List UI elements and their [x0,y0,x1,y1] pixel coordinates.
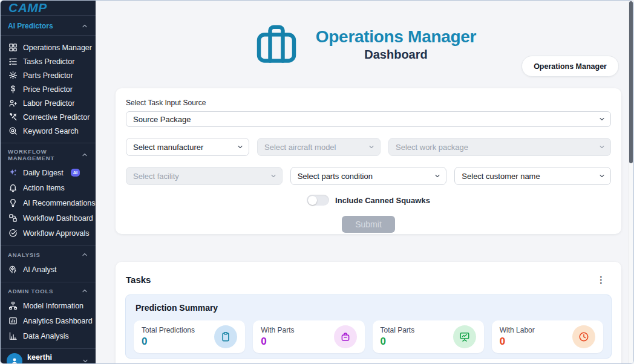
sidebar-item-tasks-predictor[interactable]: Tasks Predictor [1,54,96,68]
sidebar-item-action-items[interactable]: Action Items [1,180,96,195]
checklist-icon [8,57,18,67]
gear-icon [8,71,18,80]
sidebar-item-label: Data Analysis [23,332,69,340]
chevron-down-icon [82,357,89,364]
sidebar-item-label: Corrective Predictor [23,113,90,122]
scrollbar-track[interactable] [629,1,633,363]
tasks-header: Tasks ⋮ [116,262,621,294]
sidebar-item-corrective-predictor[interactable]: Corrective Predictor [1,110,96,124]
section-workflow-management[interactable]: WORKFLOW MANAGEMENT [1,143,96,165]
stat-label: Total Predictions [142,326,195,334]
app-window: CAMP AI Predictors Operations Manager Ta… [0,0,634,364]
tasks-title: Tasks [126,275,151,285]
page-subtitle: Dashboard [316,48,476,62]
sidebar-item-model-information[interactable]: Model Information [1,298,96,313]
page-title: Operations Manager [316,28,476,47]
ai-badge: AI [71,169,80,177]
customer-name-select[interactable]: Select customer name [454,167,611,185]
presentation-chart-icon [453,325,476,348]
section-admin-tools[interactable]: ADMIN TOOLS [1,282,96,298]
select-row-2: Select facility Select parts condition S… [126,167,611,185]
kebab-menu-icon[interactable]: ⋮ [596,275,606,284]
chevron-up-icon [81,151,88,158]
chevron-down-icon [237,143,244,151]
chevron-down-icon [270,172,277,180]
stat-label: Total Parts [381,326,415,334]
sidebar-item-label: AI Analyst [23,265,57,274]
canned-squawks-toggle[interactable] [307,195,329,206]
sidebar-item-label: Parts Predictor [23,71,73,80]
sidebar-item-label: Daily Digest [23,169,64,177]
camp-logo: CAMP [8,1,47,15]
sidebar-item-label: Tasks Predictor [23,57,74,66]
aircraft-model-select-value: Select aircraft model [264,143,336,152]
stat-card-total-predictions: Total Predictions 0 [134,320,245,353]
nav-group-ai-predictors: Operations Manager Tasks Predictor Parts… [1,36,96,143]
sidebar-item-ai-recommendations[interactable]: AI Recommendations AI [1,195,96,210]
sidebar-item-labor-predictor[interactable]: Labor Predictor [1,96,96,110]
nav-group-analysis: ANALYSIS AI Analyst [1,246,96,282]
section-ai-predictors[interactable]: AI Predictors [1,16,96,36]
sidebar-item-label: Price Predictor [23,85,73,94]
lightbulb-icon [8,198,18,208]
section-label: WORKFLOW MANAGEMENT [8,148,81,161]
sidebar-item-price-predictor[interactable]: Price Predictor [1,82,96,96]
chevron-down-icon [434,172,441,180]
customer-name-select-value: Select customer name [462,172,540,181]
stat-label: With Labor [500,326,535,334]
sidebar-item-daily-digest[interactable]: Daily Digest AI [1,165,96,180]
user-menu[interactable]: keerthi keerthi@western.com [1,348,96,364]
prediction-summary-title: Prediction Summary [134,303,603,313]
task-input-source-label: Select Task Input Source [126,99,611,107]
sidebar-item-label: Workflow Dashboard [23,214,93,223]
aircraft-model-select[interactable]: Select aircraft model [257,138,381,156]
stat-label: With Parts [261,326,294,334]
ai-head-icon [8,265,18,275]
chevron-up-icon [81,251,88,258]
nav-group-admin: ADMIN TOOLS Model Information Analytics … [1,282,96,348]
hierarchy-icon [8,301,18,311]
sidebar-item-operations-manager[interactable]: Operations Manager [1,41,96,54]
parts-condition-select[interactable]: Select parts condition [290,167,447,185]
chevron-down-icon [598,115,606,123]
sidebar-item-workflow-dashboard[interactable]: Workflow Dashboard [1,210,96,226]
nav-group-workflow: WORKFLOW MANAGEMENT Daily Digest AI Acti… [1,143,96,246]
facility-select[interactable]: Select facility [126,167,283,185]
stat-value: 0 [500,336,535,348]
sidebar-item-label: Workflow Approvals [23,229,90,238]
toggle-knob [308,196,317,205]
manufacturer-select[interactable]: Select manufacturer [126,138,249,156]
submit-button[interactable]: Submit [342,216,395,233]
canned-squawks-row: Include Canned Squawks [126,195,611,206]
chevron-down-icon [368,143,375,151]
sidebar-item-label: Model Information [23,302,83,310]
clock-icon [572,325,595,348]
tasks-card: Tasks ⋮ Prediction Summary Total Predict… [116,262,621,363]
dashboard-grid-icon [8,43,18,53]
sidebar-item-ai-analyst[interactable]: AI Analyst [1,262,96,277]
sidebar-item-data-analysis[interactable]: Data Analysis [1,328,96,343]
chevron-down-icon [598,172,606,180]
chevron-up-icon [81,287,88,294]
section-analysis[interactable]: ANALYSIS [1,246,96,262]
briefcase-icon [253,22,300,67]
task-input-source-select[interactable]: Source Package [126,111,611,127]
sidebar-item-label: Analytics Dashboard [23,317,93,325]
stat-value: 0 [142,336,195,348]
sidebar-item-analytics-dashboard[interactable]: Analytics Dashboard [1,313,96,328]
sidebar-item-label: AI Recommendations [23,199,96,207]
scrollbar-thumb[interactable] [629,1,633,163]
prediction-form-card: Select Task Input Source Source Package … [116,88,621,234]
select-row-1: Select manufacturer Select aircraft mode… [126,138,611,156]
stat-card-with-labor: With Labor 0 [492,320,603,353]
work-package-select[interactable]: Select work package [388,138,611,156]
avatar [7,353,22,364]
dollar-icon [8,85,18,94]
main-content: Operations Manager Dashboard Operations … [96,1,633,363]
sidebar-item-parts-predictor[interactable]: Parts Predictor [1,68,96,82]
parts-bag-icon [334,325,357,348]
user-name: keerthi [27,353,77,363]
role-selector-button[interactable]: Operations Manager [521,56,619,77]
sidebar-item-workflow-approvals[interactable]: Workflow Approvals [1,226,96,241]
sidebar-item-keyword-search[interactable]: Keyword Search [1,124,96,138]
